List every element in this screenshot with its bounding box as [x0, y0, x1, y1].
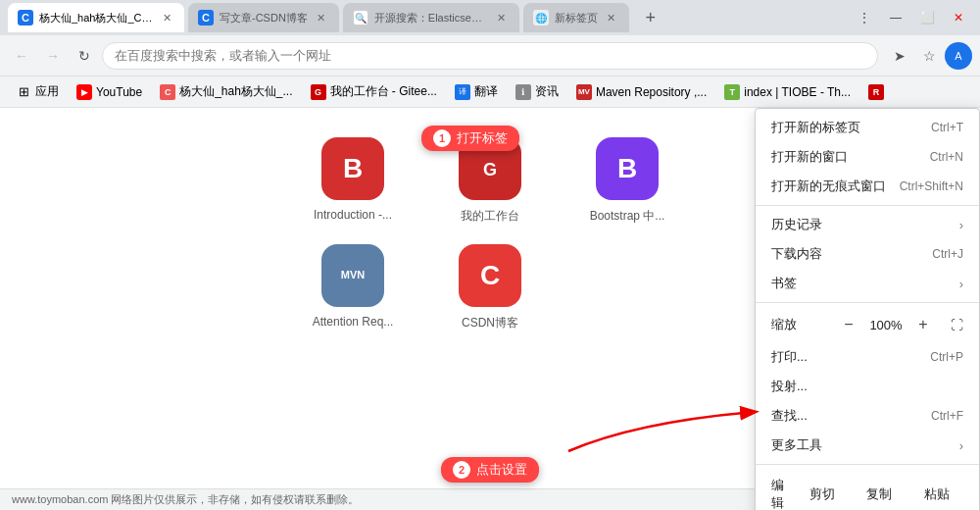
- page-content: B Introduction -... G 我的工作台 B Bootstrap …: [0, 108, 980, 510]
- tab-3-close[interactable]: ✕: [494, 10, 510, 26]
- send-icon[interactable]: ➤: [886, 42, 913, 70]
- bookmark-gitee-label: 我的工作台 - Gitee...: [330, 83, 437, 100]
- tab-2[interactable]: C 写文章-CSDN博客 ✕: [188, 3, 339, 32]
- tab-4[interactable]: 🌐 新标签页 ✕: [523, 3, 629, 32]
- ctx-open-new-window[interactable]: 打开新的窗口 Ctrl+N: [756, 142, 979, 172]
- annotation-1-text: 打开标签: [457, 129, 508, 147]
- bookmark-tiobe[interactable]: T index | TIOBE - Th...: [716, 81, 858, 103]
- ctx-divider-1: [756, 205, 979, 206]
- tab-4-close[interactable]: ✕: [604, 10, 619, 26]
- apps-icon: ⊞: [16, 84, 31, 100]
- bookmark-youtube-label: YouTube: [96, 85, 142, 99]
- ctx-print-shortcut: Ctrl+P: [930, 350, 963, 364]
- refresh-button[interactable]: ↻: [71, 42, 98, 70]
- bookmark-youtube[interactable]: ▶ YouTube: [69, 81, 150, 103]
- ctx-divider-3: [756, 464, 979, 465]
- maven-icon: MV: [576, 84, 592, 100]
- minimize-button[interactable]: —: [882, 7, 909, 28]
- gitee-icon: G: [311, 84, 326, 100]
- ctx-zoom-value: 100%: [868, 318, 904, 332]
- bookmark-translate[interactable]: 译 翻译: [447, 80, 506, 103]
- bookmark-r[interactable]: R: [860, 81, 892, 103]
- ctx-open-new-window-shortcut: Ctrl+N: [930, 150, 963, 164]
- bookmark-maven-label: Maven Repository ,...: [596, 85, 707, 99]
- restore-button[interactable]: ⬜: [913, 7, 941, 28]
- window-controls: ⋮ — ⬜ ✕: [851, 7, 972, 28]
- youtube-icon: ▶: [76, 84, 92, 100]
- ctx-print[interactable]: 打印... Ctrl+P: [756, 342, 979, 372]
- forward-button[interactable]: →: [39, 42, 67, 70]
- ctx-paste-button[interactable]: 粘贴: [910, 482, 963, 507]
- tab-1[interactable]: C 杨大仙_hah杨大仙_CSDN博客 - ✕: [8, 3, 184, 32]
- address-bar: ← → ↻ ➤ ☆ A: [0, 35, 980, 76]
- close-button[interactable]: ✕: [945, 7, 972, 28]
- ctx-find-shortcut: Ctrl+F: [931, 409, 963, 423]
- ctx-zoom-minus[interactable]: −: [837, 313, 860, 336]
- star-icon[interactable]: ☆: [915, 42, 943, 70]
- new-tab-button[interactable]: +: [637, 4, 664, 31]
- bookmarks-bar: ⊞ 应用 ▶ YouTube C 杨大仙_hah杨大仙_... G 我的工作台 …: [0, 76, 980, 108]
- tab-3-icon: 🔍: [353, 10, 368, 26]
- dial-introduction[interactable]: B Introduction -...: [299, 137, 407, 225]
- tab-1-icon: C: [18, 10, 33, 26]
- bookmark-csdn1-label: 杨大仙_hah杨大仙_...: [179, 83, 292, 100]
- ctx-zoom-label: 缩放: [771, 316, 829, 333]
- ctx-edit-row: 编辑 剪切 复制 粘贴: [756, 469, 979, 510]
- bookmark-gitee[interactable]: G 我的工作台 - Gitee...: [303, 80, 445, 103]
- ctx-bookmarks-arrow: ›: [959, 277, 963, 291]
- ctx-fullscreen-icon[interactable]: ⛶: [951, 318, 963, 332]
- ctx-more-tools[interactable]: 更多工具 ›: [756, 431, 979, 460]
- ctx-copy-button[interactable]: 复制: [853, 482, 906, 507]
- ctx-cast[interactable]: 投射...: [756, 372, 979, 401]
- dial-bootstrap-label: Bootstrap 中...: [590, 208, 665, 225]
- ctx-zoom-plus[interactable]: +: [911, 313, 935, 336]
- dial-csdn[interactable]: C CSDN博客: [436, 244, 544, 332]
- dial-gitee-label: 我的工作台: [461, 208, 519, 225]
- tab-1-close[interactable]: ✕: [159, 10, 174, 26]
- more-options-icon[interactable]: ⋮: [851, 7, 878, 28]
- tab-3[interactable]: 🔍 开源搜索：Elasticsearch, ELK... ✕: [343, 3, 519, 32]
- bookmark-maven[interactable]: MV Maven Repository ,...: [568, 81, 714, 103]
- ctx-cut-button[interactable]: 剪切: [796, 482, 849, 507]
- bookmark-apps[interactable]: ⊞ 应用: [8, 80, 67, 103]
- ctx-find[interactable]: 查找... Ctrl+F: [756, 401, 979, 431]
- browser-frame: C 杨大仙_hah杨大仙_CSDN博客 - ✕ C 写文章-CSDN博客 ✕ 🔍…: [0, 0, 980, 510]
- ctx-downloads[interactable]: 下载内容 Ctrl+J: [756, 239, 979, 269]
- ctx-history[interactable]: 历史记录 ›: [756, 210, 979, 239]
- context-menu: 打开新的标签页 Ctrl+T 打开新的窗口 Ctrl+N 打开新的无痕式窗口 C…: [755, 108, 980, 510]
- profile-icon[interactable]: A: [945, 42, 972, 70]
- title-bar: C 杨大仙_hah杨大仙_CSDN博客 - ✕ C 写文章-CSDN博客 ✕ 🔍…: [0, 0, 980, 35]
- ctx-open-incognito[interactable]: 打开新的无痕式窗口 Ctrl+Shift+N: [756, 172, 979, 201]
- gitee-logo-icon: G: [472, 151, 508, 186]
- address-input[interactable]: [102, 42, 878, 70]
- address-right-buttons: ➤ ☆ A: [886, 42, 972, 70]
- ctx-divider-2: [756, 302, 979, 303]
- ctx-zoom-row: 缩放 − 100% + ⛶: [756, 307, 979, 342]
- dial-maven[interactable]: MVN Attention Req...: [299, 244, 407, 332]
- tab-2-icon: C: [198, 10, 214, 26]
- tab-3-title: 开源搜索：Elasticsearch, ELK...: [374, 11, 488, 26]
- dial-bootstrap[interactable]: B Bootstrap 中...: [573, 137, 681, 225]
- back-button[interactable]: ←: [8, 42, 35, 70]
- annotation-1-badge: 1: [433, 129, 451, 147]
- csdn1-icon: C: [160, 84, 175, 100]
- dial-csdn-label: CSDN博客: [462, 315, 518, 332]
- bookmark-csdn1[interactable]: C 杨大仙_hah杨大仙_...: [152, 80, 300, 103]
- tab-2-close[interactable]: ✕: [314, 10, 329, 26]
- ctx-bookmarks[interactable]: 书签 ›: [756, 269, 979, 298]
- bookmark-translate-label: 翻译: [474, 83, 498, 100]
- ctx-open-incognito-label: 打开新的无痕式窗口: [771, 178, 886, 195]
- news-icon: ℹ: [515, 84, 531, 100]
- ctx-print-label: 打印...: [771, 348, 808, 366]
- ctx-more-tools-arrow: ›: [959, 438, 963, 453]
- red-arrow-icon: [559, 402, 774, 481]
- bookmark-apps-label: 应用: [35, 83, 59, 100]
- ctx-open-new-tab[interactable]: 打开新的标签页 Ctrl+T: [756, 113, 979, 142]
- dial-csdn-icon: C: [459, 244, 521, 307]
- annotation-2-text: 点击设置: [476, 461, 527, 479]
- dial-introduction-label: Introduction -...: [314, 208, 392, 222]
- annotation-open-tab: 1 打开标签: [421, 126, 519, 151]
- ctx-open-new-window-label: 打开新的窗口: [771, 148, 848, 166]
- tab-4-icon: 🌐: [533, 10, 549, 26]
- bookmark-news[interactable]: ℹ 资讯: [508, 80, 566, 103]
